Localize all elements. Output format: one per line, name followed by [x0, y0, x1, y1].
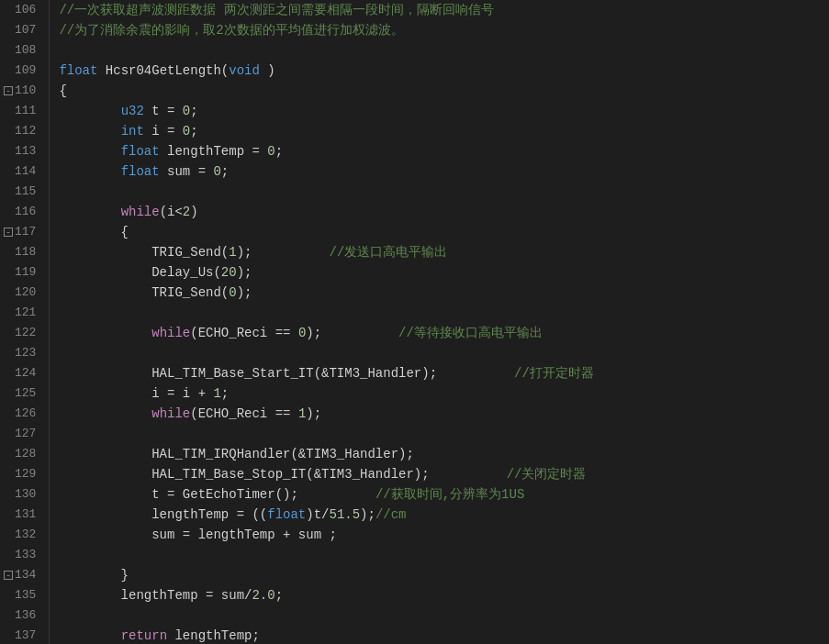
line-number-111: 111 — [4, 101, 41, 121]
line-number-116: 116 — [4, 202, 41, 222]
line-number-128: 128 — [4, 444, 41, 464]
fold-icon-117[interactable]: - — [4, 228, 13, 237]
line-number-106: 106 — [4, 0, 41, 20]
code-line-129: HAL_TIM_Base_Stop_IT(&TIM3_Handler); //关… — [50, 464, 829, 484]
line-number-113: 113 — [4, 141, 41, 161]
code-line-115 — [50, 182, 829, 202]
code-line-124: HAL_TIM_Base_Start_IT(&TIM3_Handler); //… — [50, 363, 829, 383]
line-number-108: 108 — [4, 40, 41, 61]
code-line-114: float sum = 0; — [50, 161, 829, 182]
line-number-132: 132 — [4, 525, 41, 545]
code-line-108 — [50, 40, 829, 61]
code-editor: 106107108109-110111112113114115116-11711… — [0, 0, 829, 644]
code-line-126: while(ECHO_Reci == 1); — [50, 404, 829, 424]
code-line-127 — [50, 424, 829, 444]
code-line-125: i = i + 1; — [50, 383, 829, 404]
line-number-119: 119 — [4, 262, 41, 283]
code-line-111: u32 t = 0; — [50, 101, 829, 121]
line-number-121: 121 — [4, 303, 41, 323]
line-number-gutter: 106107108109-110111112113114115116-11711… — [0, 0, 50, 644]
line-number-131: 131 — [4, 505, 41, 525]
fold-icon-110[interactable]: - — [4, 86, 13, 95]
code-line-110: { — [50, 81, 829, 101]
code-line-109: float Hcsr04GetLength(void ) — [50, 61, 829, 81]
line-number-114: 114 — [4, 161, 41, 182]
line-number-134: -134 — [4, 565, 41, 585]
code-line-135: lengthTemp = sum/2.0; — [50, 585, 829, 605]
code-line-132: sum = lengthTemp + sum ; — [50, 525, 829, 545]
code-line-113: float lengthTemp = 0; — [50, 141, 829, 161]
code-line-122: while(ECHO_Reci == 0); //等待接收口高电平输出 — [50, 323, 829, 343]
line-number-112: 112 — [4, 121, 41, 141]
code-line-106: //一次获取超声波测距数据 两次测距之间需要相隔一段时间，隔断回响信号 — [50, 0, 829, 20]
code-line-130: t = GetEchoTimer(); //获取时间,分辨率为1US — [50, 484, 829, 505]
line-number-125: 125 — [4, 383, 41, 404]
line-number-130: 130 — [4, 484, 41, 505]
line-number-109: 109 — [4, 61, 41, 81]
code-line-118: TRIG_Send(1); //发送口高电平输出 — [50, 242, 829, 262]
line-number-120: 120 — [4, 283, 41, 303]
code-line-133 — [50, 545, 829, 565]
line-number-110: -110 — [4, 81, 41, 101]
line-number-115: 115 — [4, 182, 41, 202]
code-line-136 — [50, 605, 829, 626]
line-number-137: 137 — [4, 626, 41, 644]
code-line-123 — [50, 343, 829, 363]
code-line-137: return lengthTemp; — [50, 626, 829, 644]
code-line-121 — [50, 303, 829, 323]
line-number-127: 127 — [4, 424, 41, 444]
line-number-129: 129 — [4, 464, 41, 484]
code-line-119: Delay_Us(20); — [50, 262, 829, 283]
line-number-107: 107 — [4, 20, 41, 40]
code-line-117: { — [50, 222, 829, 242]
line-number-136: 136 — [4, 605, 41, 626]
code-line-116: while(i<2) — [50, 202, 829, 222]
code-line-112: int i = 0; — [50, 121, 829, 141]
code-line-128: HAL_TIM_IRQHandler(&TIM3_Handler); — [50, 444, 829, 464]
fold-icon-134[interactable]: - — [4, 571, 13, 580]
code-area[interactable]: //一次获取超声波测距数据 两次测距之间需要相隔一段时间，隔断回响信号//为了消… — [50, 0, 829, 644]
code-line-107: //为了消除余震的影响，取2次数据的平均值进行加权滤波。 — [50, 20, 829, 40]
code-line-134: } — [50, 565, 829, 585]
line-number-135: 135 — [4, 585, 41, 605]
code-line-120: TRIG_Send(0); — [50, 283, 829, 303]
line-number-124: 124 — [4, 363, 41, 383]
line-number-118: 118 — [4, 242, 41, 262]
line-number-133: 133 — [4, 545, 41, 565]
line-number-126: 126 — [4, 404, 41, 424]
line-number-122: 122 — [4, 323, 41, 343]
line-number-117: -117 — [4, 222, 41, 242]
code-line-131: lengthTemp = ((float)t/51.5);//cm — [50, 505, 829, 525]
line-number-123: 123 — [4, 343, 41, 363]
